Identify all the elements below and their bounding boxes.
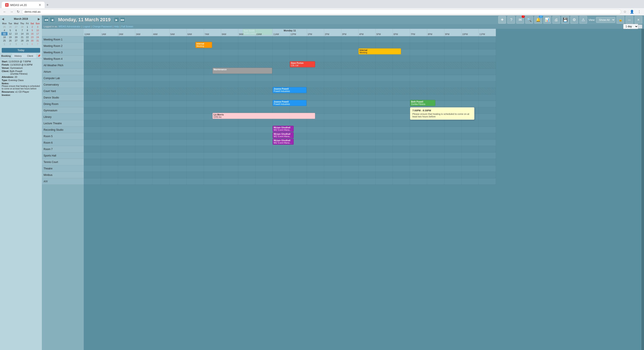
grid-cell[interactable] <box>444 36 462 43</box>
grid-cell[interactable] <box>170 139 187 146</box>
mini-cal-day[interactable]: 25 <box>1 25 8 29</box>
today-button[interactable]: Today <box>2 48 40 53</box>
grid-cell[interactable] <box>341 146 358 152</box>
booking-block[interactable]: Beth PowellZumba Fitness <box>410 100 435 106</box>
grid-cell[interactable] <box>479 81 496 88</box>
grid-cell[interactable] <box>376 36 393 43</box>
grid-cell[interactable] <box>307 159 324 165</box>
mini-cal-day[interactable]: 17 <box>35 32 40 36</box>
grid-cell[interactable] <box>324 165 341 172</box>
grid-cell[interactable] <box>307 75 324 81</box>
grid-cell[interactable] <box>187 139 204 146</box>
grid-cell[interactable] <box>170 133 187 139</box>
grid-cell[interactable] <box>341 139 358 146</box>
grid-cell[interactable] <box>410 36 427 43</box>
grid-cell[interactable] <box>187 152 204 159</box>
grid-cell[interactable] <box>221 165 238 172</box>
grid-cell[interactable] <box>170 56 187 62</box>
grid-cell[interactable] <box>358 69 376 75</box>
grid-cell[interactable] <box>118 49 135 56</box>
grid-cell[interactable] <box>152 101 170 107</box>
grid-cell[interactable] <box>393 120 410 127</box>
grid-cell[interactable] <box>358 165 376 172</box>
grid-cell[interactable] <box>204 56 221 62</box>
grid-cell[interactable] <box>204 88 221 94</box>
grid-cell[interactable] <box>170 159 187 165</box>
grid-cell[interactable] <box>256 101 273 107</box>
save-btn[interactable]: 💾 <box>561 16 569 24</box>
grid-cell[interactable] <box>427 152 444 159</box>
grid-cell[interactable] <box>256 152 273 159</box>
grid-cell[interactable] <box>118 165 135 172</box>
grid-cell[interactable] <box>238 81 256 88</box>
grid-cell[interactable] <box>307 146 324 152</box>
grid-cell[interactable] <box>170 75 187 81</box>
mini-cal-day[interactable]: 13 <box>13 32 19 36</box>
grid-cell[interactable] <box>204 139 221 146</box>
grid-cell[interactable] <box>393 178 410 185</box>
grid-cell[interactable] <box>170 36 187 43</box>
grid-cell[interactable] <box>187 69 204 75</box>
grid-cell[interactable] <box>101 114 118 120</box>
grid-cell[interactable] <box>324 107 341 114</box>
grid-cell[interactable] <box>479 178 496 185</box>
grid-cell[interactable] <box>101 120 118 127</box>
grid-cell[interactable] <box>427 62 444 69</box>
grid-cell[interactable] <box>204 49 221 56</box>
grid-cell[interactable] <box>462 36 479 43</box>
grid-cell[interactable] <box>341 172 358 178</box>
grid-cell[interactable] <box>324 101 341 107</box>
grid-cell[interactable] <box>479 172 496 178</box>
grid-cell[interactable] <box>221 101 238 107</box>
grid-cell[interactable] <box>444 94 462 101</box>
mini-cal-day[interactable]: 27 <box>13 25 19 29</box>
grid-cell[interactable] <box>273 146 290 152</box>
grid-cell[interactable] <box>427 56 444 62</box>
grid-cell[interactable] <box>324 75 341 81</box>
grid-cell[interactable] <box>393 94 410 101</box>
grid-cell[interactable] <box>238 172 256 178</box>
grid-cell[interactable] <box>187 107 204 114</box>
grid-cell[interactable] <box>410 107 427 114</box>
grid-cell[interactable] <box>204 94 221 101</box>
grid-cell[interactable] <box>204 81 221 88</box>
grid-cell[interactable] <box>152 81 170 88</box>
mini-cal-day[interactable]: 25 <box>1 39 8 42</box>
grid-cell[interactable] <box>238 49 256 56</box>
mini-cal-day[interactable]: 19 <box>8 36 13 39</box>
grid-cell[interactable] <box>84 36 101 43</box>
grid-cell[interactable] <box>444 133 462 139</box>
fullscreen-link[interactable]: Full Screen <box>121 25 133 28</box>
grid-cell[interactable] <box>410 152 427 159</box>
grid-cell[interactable] <box>358 127 376 133</box>
grid-cell[interactable] <box>341 56 358 62</box>
grid-cell[interactable] <box>341 114 358 120</box>
grid-cell[interactable] <box>170 81 187 88</box>
grid-cell[interactable] <box>444 139 462 146</box>
day-select-arrow[interactable]: ▼ <box>638 25 642 29</box>
grid-cell[interactable] <box>307 49 324 56</box>
grid-cell[interactable] <box>256 165 273 172</box>
grid-cell[interactable] <box>170 43 187 49</box>
grid-cell[interactable] <box>118 62 135 69</box>
grid-cell[interactable] <box>273 56 290 62</box>
grid-cell[interactable] <box>462 56 479 62</box>
grid-cell[interactable] <box>307 127 324 133</box>
nav-prev-prev-btn[interactable]: ◀◀ <box>44 17 49 22</box>
grid-cell[interactable] <box>410 56 427 62</box>
grid-cell[interactable] <box>256 178 273 185</box>
grid-cell[interactable] <box>152 36 170 43</box>
grid-cell[interactable] <box>393 127 410 133</box>
grid-cell[interactable] <box>358 178 376 185</box>
booking-block[interactable]: Miriam GhedhallMIZ Event Management <box>273 126 294 132</box>
grid-cell[interactable] <box>410 120 427 127</box>
grid-cell[interactable] <box>376 81 393 88</box>
grid-cell[interactable] <box>376 101 393 107</box>
grid-cell[interactable] <box>204 165 221 172</box>
grid-cell[interactable] <box>238 152 256 159</box>
grid-cell[interactable] <box>221 159 238 165</box>
nav-prev-btn[interactable]: ◀ <box>50 17 55 22</box>
grid-cell[interactable] <box>376 88 393 94</box>
grid-cell[interactable] <box>170 49 187 56</box>
mini-cal-day[interactable]: 3 <box>13 42 19 46</box>
